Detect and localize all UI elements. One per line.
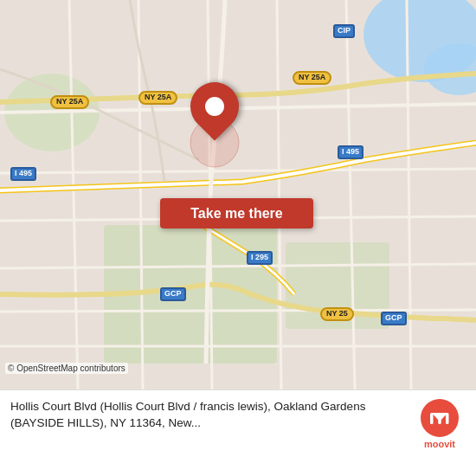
svg-line-14 bbox=[277, 0, 281, 389]
pin-inner bbox=[205, 97, 224, 116]
pin-circle bbox=[180, 72, 248, 140]
map-container: I 495 I 495 I 295 NY 25A NY 25A NY 25 GC… bbox=[0, 0, 476, 476]
road-badge-ny25a-tl: NY 25A bbox=[50, 95, 89, 109]
svg-line-11 bbox=[69, 0, 78, 389]
road-badge-i495-tr: I 495 bbox=[338, 145, 363, 159]
map-pin bbox=[189, 82, 241, 143]
road-badge-cip: CIP bbox=[333, 24, 355, 38]
road-badge-gcp-bl: GCP bbox=[160, 287, 186, 301]
moovit-icon bbox=[421, 399, 459, 437]
road-badge-i295: I 295 bbox=[247, 251, 273, 265]
svg-rect-18 bbox=[430, 413, 434, 424]
bottom-bar: Hollis Court Blvd (Hollis Court Blvd / f… bbox=[0, 389, 476, 476]
road-badge-i495-tl: I 495 bbox=[10, 167, 36, 181]
moovit-logo: moovit bbox=[414, 399, 466, 449]
svg-line-6 bbox=[0, 169, 476, 173]
svg-marker-21 bbox=[432, 413, 448, 421]
road-badge-ny25a-tr: NY 25A bbox=[293, 71, 331, 85]
svg-line-15 bbox=[346, 0, 355, 389]
moovit-svg bbox=[428, 406, 452, 430]
road-badge-25a-mid: NY 25A bbox=[138, 91, 177, 105]
address-text: Hollis Court Blvd (Hollis Court Blvd / f… bbox=[10, 399, 414, 432]
osm-attribution: © OpenStreetMap contributors bbox=[5, 363, 128, 374]
svg-rect-20 bbox=[446, 413, 449, 424]
take-me-there-button[interactable]: Take me there bbox=[160, 198, 313, 228]
road-badge-gcp-br: GCP bbox=[381, 312, 407, 325]
road-badge-ny25: NY 25 bbox=[320, 307, 354, 321]
moovit-text: moovit bbox=[424, 439, 455, 449]
